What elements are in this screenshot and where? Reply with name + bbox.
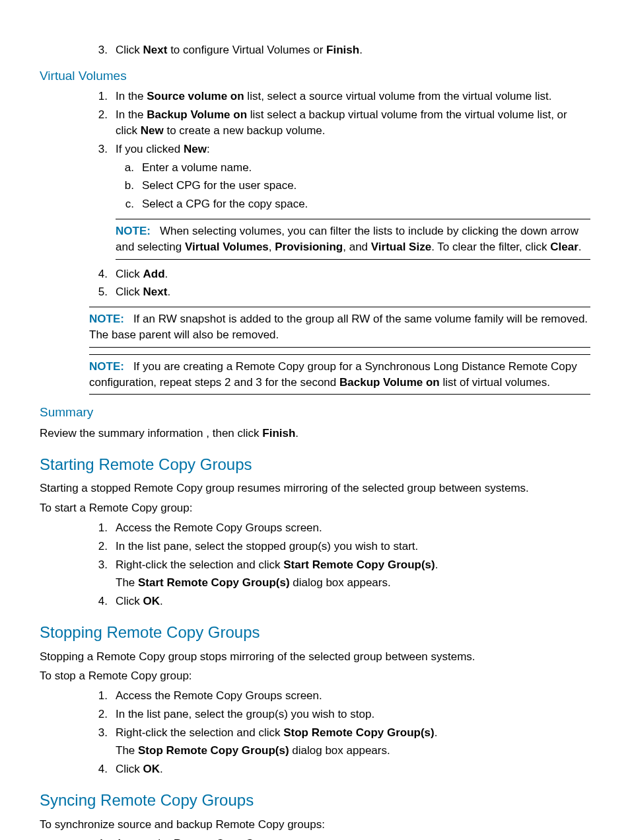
- text: In the: [116, 108, 147, 121]
- stop-steps: 1.Access the Remote Copy Groups screen. …: [89, 688, 590, 777]
- sub-steps: a.Enter a volume name. b.Select CPG for …: [116, 160, 590, 212]
- bold: Virtual Size: [371, 241, 431, 253]
- text: Access the Remote Copy Groups screen.: [116, 521, 322, 534]
- text: The: [116, 576, 138, 589]
- list-number: 1.: [89, 836, 108, 840]
- list-number: 2.: [89, 107, 108, 123]
- text: Click: [116, 44, 143, 56]
- bold: Finish: [262, 427, 295, 439]
- text: to create a new backup volume.: [164, 124, 326, 137]
- text: .: [295, 427, 298, 439]
- text: dialog box appears.: [290, 576, 391, 589]
- text: .: [160, 763, 163, 775]
- bold: Add: [143, 268, 165, 280]
- text: .: [165, 268, 168, 280]
- text: .: [435, 726, 438, 739]
- text: Right-click the selection and click: [116, 558, 283, 571]
- list-number: 4.: [89, 593, 108, 609]
- note-label: NOTE:: [89, 313, 124, 325]
- text: In the list pane, select the stopped gro…: [116, 540, 418, 553]
- paragraph: To start a Remote Copy group:: [40, 500, 590, 516]
- heading-stopping: Stopping Remote Copy Groups: [40, 621, 590, 644]
- bold: New: [141, 124, 164, 137]
- text: Right-click the selection and click: [116, 726, 283, 739]
- list-item: c.Select a CPG for the copy space.: [116, 196, 590, 212]
- text: .: [167, 286, 170, 298]
- bold: Stop Remote Copy Group(s): [283, 726, 435, 739]
- text: Click: [116, 286, 143, 298]
- heading-syncing: Syncing Remote Copy Groups: [40, 789, 590, 812]
- note-label: NOTE:: [89, 360, 124, 373]
- sync-steps: 1.Access the Remote Copy Groups screen. …: [89, 836, 590, 840]
- text: .: [359, 44, 363, 56]
- text: Click: [116, 763, 143, 775]
- bold: Provisioning: [275, 241, 343, 253]
- text: .: [160, 595, 163, 607]
- text: Review the summary information , then cl…: [40, 427, 262, 439]
- heading-summary: Summary: [40, 404, 590, 422]
- list-item: 4. Click OK.: [89, 761, 590, 777]
- list-item: 4. Click Add.: [89, 266, 590, 282]
- bold: New: [184, 143, 207, 155]
- list-letter: a.: [116, 160, 134, 176]
- text: Enter a volume name.: [142, 161, 252, 174]
- bold: Source volume on: [147, 90, 244, 102]
- text: If you clicked: [116, 143, 184, 155]
- list-number: 2.: [89, 539, 108, 554]
- bold: OK: [143, 595, 160, 607]
- list-item: 3. Right-click the selection and click S…: [89, 725, 590, 759]
- prior-steps-list: 3. Click Next to configure Virtual Volum…: [89, 42, 590, 58]
- list-item: 4. Click OK.: [89, 593, 590, 609]
- list-item: 1. In the Source volume on list, select …: [89, 89, 590, 104]
- paragraph: To stop a Remote Copy group:: [40, 668, 590, 684]
- list-number: 4.: [89, 761, 108, 777]
- list-item: 2.In the list pane, select the stopped g…: [89, 539, 590, 554]
- list-number: 1.: [89, 89, 108, 104]
- list-item: 1.Access the Remote Copy Groups screen.: [89, 520, 590, 536]
- bold: Start Remote Copy Group(s): [283, 558, 435, 571]
- note-label: NOTE:: [116, 225, 151, 237]
- bold: Next: [143, 44, 168, 56]
- list-item: 3. If you clicked New: a.Enter a volume …: [89, 141, 590, 260]
- bold: Virtual Volumes: [185, 241, 269, 253]
- text: Select CPG for the user space.: [142, 179, 297, 192]
- bold: Start Remote Copy Group(s): [138, 576, 290, 589]
- list-item: 2. In the Backup Volume on list select a…: [89, 107, 590, 139]
- text: to configure Virtual Volumes or: [167, 44, 326, 56]
- text: .: [435, 558, 438, 571]
- list-number: 3.: [89, 557, 108, 573]
- heading-virtual-volumes: Virtual Volumes: [40, 67, 590, 85]
- list-number: 3.: [89, 725, 108, 741]
- text: In the: [116, 90, 147, 102]
- result-line: The Stop Remote Copy Group(s) dialog box…: [116, 743, 590, 759]
- list-letter: c.: [116, 196, 134, 212]
- list-number: 1.: [89, 520, 108, 536]
- bold: Backup Volume on: [339, 376, 440, 389]
- text: list, select a source virtual volume fro…: [244, 90, 552, 102]
- text: ,: [269, 241, 275, 253]
- text: . To clear the filter, click: [431, 241, 550, 253]
- paragraph: Review the summary information , then cl…: [40, 426, 590, 441]
- text: Click: [116, 595, 143, 607]
- list-number: 4.: [89, 266, 108, 282]
- start-steps: 1.Access the Remote Copy Groups screen. …: [89, 520, 590, 609]
- note-box: NOTE:If an RW snapshot is added to the g…: [89, 307, 590, 348]
- list-item: 1.Access the Remote Copy Groups screen.: [89, 836, 590, 840]
- bold: Next: [143, 286, 168, 298]
- text: :: [207, 143, 210, 155]
- list-number: 5.: [89, 284, 108, 300]
- list-item: a.Enter a volume name.: [116, 160, 590, 176]
- list-item: 5. Click Next.: [89, 284, 590, 300]
- list-item: 1.Access the Remote Copy Groups screen.: [89, 688, 590, 704]
- list-letter: b.: [116, 178, 134, 194]
- paragraph: To synchronize source and backup Remote …: [40, 817, 590, 833]
- list-number: 2.: [89, 706, 108, 722]
- list-item: 3. Click Next to configure Virtual Volum…: [89, 42, 590, 58]
- bold: Backup Volume on: [147, 108, 247, 121]
- bold: OK: [143, 763, 160, 775]
- text: The: [116, 744, 138, 757]
- bold: Clear: [550, 241, 578, 253]
- virtual-volumes-steps: 1. In the Source volume on list, select …: [89, 89, 590, 300]
- bold: Finish: [326, 44, 359, 56]
- text: Access the Remote Copy Groups screen.: [116, 689, 322, 702]
